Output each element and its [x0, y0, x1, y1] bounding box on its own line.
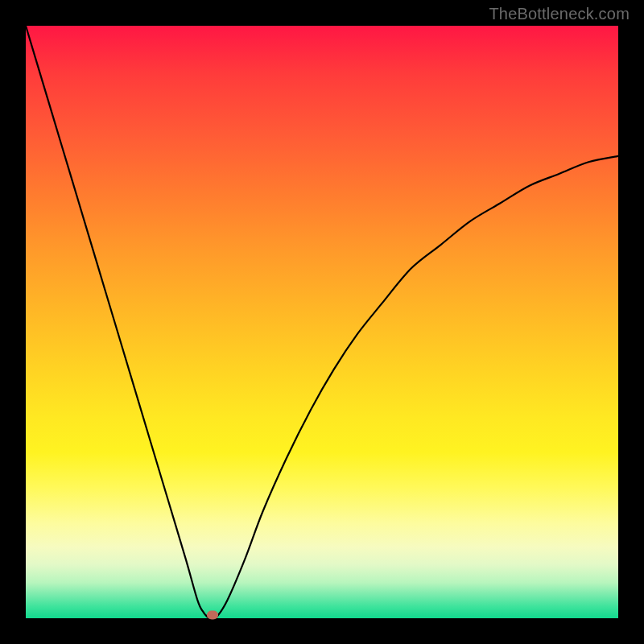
plot-area	[26, 26, 618, 618]
watermark-label: TheBottleneck.com	[489, 5, 630, 23]
optimal-point-marker	[207, 611, 218, 620]
chart-frame: TheBottleneck.com	[0, 0, 644, 644]
bottleneck-curve	[26, 26, 618, 618]
